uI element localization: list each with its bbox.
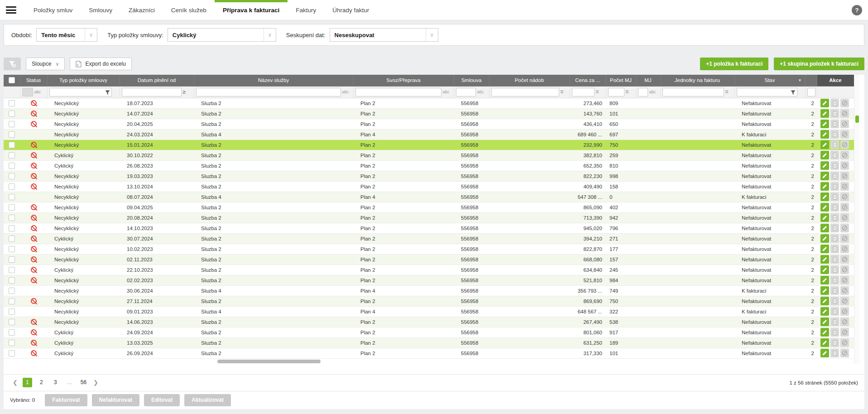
menu-icon[interactable] xyxy=(6,6,16,14)
row-checkbox[interactable] xyxy=(9,131,15,138)
select-all-checkbox[interactable] xyxy=(4,75,20,86)
document-button[interactable] xyxy=(830,276,839,284)
page-button-1[interactable]: 1 xyxy=(23,378,32,387)
document-button[interactable] xyxy=(830,203,839,212)
column-header-two[interactable] xyxy=(805,75,817,86)
document-button[interactable] xyxy=(830,297,839,305)
row-checkbox[interactable] xyxy=(9,256,15,263)
previous-page-icon[interactable]: ❮ xyxy=(13,379,18,386)
obdobi-select[interactable]: Tento měsíc ∨ xyxy=(36,28,97,42)
document-button[interactable] xyxy=(830,120,839,128)
row-checkbox[interactable] xyxy=(9,277,15,284)
cancel-button[interactable] xyxy=(840,297,849,305)
cancel-button[interactable] xyxy=(840,130,849,139)
column-header-smlouva[interactable]: Smlouva xyxy=(454,75,489,86)
cancel-button[interactable] xyxy=(840,224,849,232)
cancel-button[interactable] xyxy=(840,213,849,222)
row-checkbox[interactable] xyxy=(9,204,15,211)
equals-filter-icon[interactable]: = xyxy=(561,89,564,95)
edit-button[interactable] xyxy=(820,130,829,139)
equals-filter-icon[interactable]: = xyxy=(626,89,629,95)
smlouva-filter-input[interactable] xyxy=(456,88,476,96)
column-header-jednotky[interactable]: Jednotky na fakturu xyxy=(660,75,734,86)
cancel-button[interactable] xyxy=(840,109,849,118)
text-match-icon[interactable]: aBc xyxy=(34,90,41,94)
help-icon[interactable]: ? xyxy=(852,5,862,15)
export-excel-button[interactable]: x Export do excelu xyxy=(70,58,131,70)
tab-polozky-smluv[interactable]: Položky smluv xyxy=(25,0,81,20)
tab-uhrady-faktur[interactable]: Úhrady faktur xyxy=(324,0,377,20)
datum-filter-input[interactable] xyxy=(122,88,182,96)
stav-filter-input[interactable] xyxy=(737,88,797,96)
cancel-button[interactable] xyxy=(840,120,849,128)
text-match-icon[interactable]: aBc xyxy=(342,90,349,94)
mj-filter-input[interactable] xyxy=(638,88,648,96)
edit-button[interactable] xyxy=(820,297,829,305)
cancel-button[interactable] xyxy=(840,99,849,107)
row-checkbox[interactable] xyxy=(9,288,15,294)
fakturovat-button[interactable]: Fakturovat xyxy=(45,394,87,406)
cancel-button[interactable] xyxy=(840,276,849,284)
edit-button[interactable] xyxy=(820,161,829,170)
document-button[interactable] xyxy=(830,245,839,253)
column-header-typ[interactable]: Typ položky smlouvy xyxy=(47,75,120,86)
cancel-button[interactable] xyxy=(840,307,849,316)
cancel-button[interactable] xyxy=(840,245,849,253)
row-checkbox[interactable] xyxy=(9,142,15,148)
edit-button[interactable] xyxy=(820,307,829,316)
cancel-button[interactable] xyxy=(840,255,849,264)
cancel-button[interactable] xyxy=(840,286,849,295)
column-header-stav[interactable]: Stav▼ xyxy=(734,75,805,86)
document-button[interactable] xyxy=(830,109,839,118)
typ-filter-input[interactable] xyxy=(49,88,112,96)
row-checkbox[interactable] xyxy=(9,340,15,346)
tab-priprava-k-fakturaci[interactable]: Příprava k fakturaci xyxy=(215,0,288,20)
cancel-button[interactable] xyxy=(840,349,849,357)
pocetmj-filter-input[interactable] xyxy=(608,88,624,96)
editovat-button[interactable]: Editovat xyxy=(144,394,180,406)
add-group-button[interactable]: +1 skupina položek k fakturaci xyxy=(774,58,864,70)
jednotky-filter-input[interactable] xyxy=(662,88,724,96)
row-checkbox[interactable] xyxy=(9,246,15,252)
cancel-button[interactable] xyxy=(840,318,849,326)
row-checkbox[interactable] xyxy=(9,152,15,159)
edit-button[interactable] xyxy=(820,286,829,295)
cancel-button[interactable] xyxy=(840,193,849,201)
edit-button[interactable] xyxy=(820,99,829,107)
nefakturovat-button[interactable]: Nefakturovat xyxy=(92,394,139,406)
edit-button[interactable] xyxy=(820,265,829,274)
column-header-datum[interactable]: Datum plnění od xyxy=(120,75,194,86)
document-button[interactable] xyxy=(830,318,839,326)
cancel-button[interactable] xyxy=(840,203,849,212)
document-button[interactable] xyxy=(830,307,839,316)
edit-button[interactable] xyxy=(820,328,829,337)
page-button-56[interactable]: 56 xyxy=(79,378,88,387)
edit-button[interactable] xyxy=(820,255,829,264)
aktualizovat-button[interactable]: Aktualizovat xyxy=(184,394,231,406)
edit-button[interactable] xyxy=(820,318,829,326)
seskupeni-select[interactable]: Neseskupovat ∨ xyxy=(330,28,438,42)
svoz-filter-input[interactable] xyxy=(355,88,441,96)
row-checkbox[interactable] xyxy=(9,173,15,179)
row-checkbox[interactable] xyxy=(9,298,15,304)
column-header-pocetmj[interactable]: Počet MJ xyxy=(606,75,636,86)
column-header-status[interactable]: Status xyxy=(20,75,47,86)
cena-filter-input[interactable] xyxy=(572,88,595,96)
stav-dropdown-icon[interactable]: ▼ xyxy=(798,78,802,82)
edit-button[interactable] xyxy=(820,182,829,191)
row-checkbox[interactable] xyxy=(9,121,15,127)
document-button[interactable] xyxy=(830,255,839,264)
page-button-3[interactable]: 3 xyxy=(51,378,60,387)
tab-smlouvy[interactable]: Smlouvy xyxy=(81,0,120,20)
cancel-button[interactable] xyxy=(840,234,849,243)
clear-filter-button[interactable] xyxy=(4,58,21,70)
document-button[interactable] xyxy=(830,151,839,159)
edit-button[interactable] xyxy=(820,245,829,253)
nadoby-filter-input[interactable] xyxy=(491,88,559,96)
row-checkbox[interactable] xyxy=(9,329,15,336)
row-checkbox[interactable] xyxy=(9,319,15,325)
cancel-button[interactable] xyxy=(840,265,849,274)
funnel-filter-icon[interactable] xyxy=(105,90,110,95)
two-filter-input[interactable] xyxy=(807,88,815,96)
add-item-button[interactable]: +1 položka k fakturaci xyxy=(700,58,768,70)
